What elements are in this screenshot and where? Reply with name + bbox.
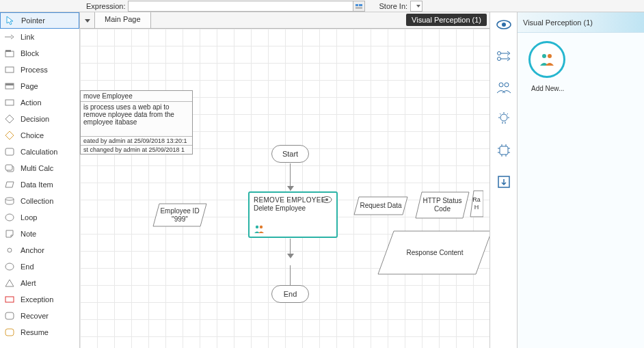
tool-label: Collection xyxy=(21,197,53,205)
dataitem-icon xyxy=(4,179,15,190)
start-stage[interactable]: Start xyxy=(271,145,309,163)
people-icon xyxy=(254,224,265,234)
tool-action[interactable]: Action xyxy=(0,94,79,111)
store-in-combo[interactable] xyxy=(410,1,422,12)
data-item-employee-id[interactable]: Employee ID"999" xyxy=(152,203,207,227)
loop-icon xyxy=(4,212,15,223)
tool-dataitem[interactable]: Data Item xyxy=(0,176,79,193)
data-label: Response Content xyxy=(407,249,464,257)
tool-exception[interactable]: Exception xyxy=(0,291,79,308)
recover-icon xyxy=(4,310,15,321)
svg-rect-9 xyxy=(5,100,14,105)
tool-loop[interactable]: Loop xyxy=(0,209,79,226)
exception-icon xyxy=(4,294,15,305)
tool-link[interactable]: Link xyxy=(0,29,79,45)
svg-rect-8 xyxy=(5,83,14,85)
resume-icon xyxy=(4,327,15,338)
svg-point-34 xyxy=(548,54,552,58)
svg-point-14 xyxy=(5,214,14,221)
svg-point-25 xyxy=(502,23,506,27)
svg-rect-0 xyxy=(355,4,358,6)
tool-block[interactable]: Block xyxy=(0,45,79,62)
expression-bar: Expression: Store In: xyxy=(0,0,644,12)
svg-point-22 xyxy=(256,226,258,228)
data-item-response-content[interactable]: Response Content xyxy=(377,230,489,275)
tool-choice[interactable]: Choice xyxy=(0,127,79,144)
tool-label: Data Item xyxy=(21,180,53,189)
tool-label: Loop xyxy=(21,213,37,222)
data-item-request-data[interactable]: Request Data xyxy=(353,196,408,215)
svg-rect-10 xyxy=(5,148,14,155)
tool-label: Note xyxy=(21,230,36,238)
eye-toggle-button[interactable] xyxy=(494,15,513,34)
data-item-partial[interactable]: Ra H xyxy=(470,190,483,217)
vp-add-new[interactable]: Add New... xyxy=(531,85,564,92)
visual-perception-panel: Visual Perception (1) Add New... xyxy=(518,12,644,348)
tool-pointer[interactable]: Pointer xyxy=(0,12,79,29)
tool-label: Block xyxy=(21,49,39,57)
people-button[interactable] xyxy=(494,78,513,97)
tool-collection[interactable]: Collection xyxy=(0,193,79,209)
collection-icon xyxy=(4,196,15,206)
svg-point-33 xyxy=(542,54,546,58)
info-created: eated by admin at 25/09/2018 13:20:1 xyxy=(81,136,192,145)
pointer-icon xyxy=(5,15,16,26)
tool-label: Page xyxy=(21,82,38,90)
tool-label: Multi Calc xyxy=(21,164,53,172)
data-label: Employee ID xyxy=(160,207,199,215)
toolbox: Pointer Link Block Process Page Action D… xyxy=(0,12,80,348)
tool-alert[interactable]: Alert xyxy=(0,275,79,291)
calculation-icon xyxy=(4,146,15,157)
arrow-icon xyxy=(287,254,294,258)
info-title: move Employee xyxy=(81,91,192,102)
tool-label: Calculation xyxy=(21,148,57,156)
tab-main-page[interactable]: Main Page xyxy=(95,12,151,28)
page-tabs: Main Page Visual Perception (1) xyxy=(80,12,489,29)
svg-point-30 xyxy=(500,114,507,121)
expression-input[interactable] xyxy=(128,1,353,12)
svg-rect-17 xyxy=(5,297,14,302)
expression-label: Expression: xyxy=(0,2,128,10)
tab-dropdown[interactable] xyxy=(80,12,95,29)
tool-page[interactable]: Page xyxy=(0,78,79,94)
idea-button[interactable] xyxy=(494,109,513,129)
tool-anchor[interactable]: Anchor xyxy=(0,242,79,258)
decision-icon xyxy=(4,113,15,124)
data-label: Ra H xyxy=(470,196,483,211)
svg-rect-19 xyxy=(5,329,14,336)
tool-calculation[interactable]: Calculation xyxy=(0,144,79,160)
data-item-http-status[interactable]: HTTP Status Code xyxy=(415,191,470,219)
ai-button[interactable] xyxy=(494,141,513,160)
tool-label: Decision xyxy=(21,115,49,123)
end-stage[interactable]: End xyxy=(271,285,309,303)
flow-button[interactable] xyxy=(494,46,513,66)
vp-panel-title: Visual Perception (1) xyxy=(518,12,644,33)
tool-label: End xyxy=(21,263,34,271)
svg-rect-5 xyxy=(5,50,11,52)
tool-label: Choice xyxy=(21,131,44,139)
right-icon-bar xyxy=(490,12,518,348)
tool-multicalc[interactable]: Multi Calc xyxy=(0,160,79,176)
action-subtitle: Delete Employee xyxy=(254,204,332,212)
visual-perception-badge[interactable]: Visual Perception (1) xyxy=(406,14,487,26)
link-icon xyxy=(4,31,15,42)
svg-point-16 xyxy=(5,263,14,270)
tool-label: Alert xyxy=(21,279,36,287)
vp-item-icon[interactable] xyxy=(528,41,565,78)
info-desc: is process uses a web api to remove nplo… xyxy=(81,102,192,136)
tool-recover[interactable]: Recover xyxy=(0,308,79,324)
tool-label: Pointer xyxy=(21,16,45,25)
expression-picker-button[interactable] xyxy=(353,1,365,12)
tool-end[interactable]: End xyxy=(0,258,79,275)
export-button[interactable] xyxy=(494,172,513,191)
process-icon xyxy=(4,64,15,75)
connector xyxy=(290,265,291,285)
tool-resume[interactable]: Resume xyxy=(0,324,79,340)
action-stage-remove-employee[interactable]: REMOVE EMPLOYEE Delete Employee xyxy=(248,191,338,238)
anchor-icon xyxy=(4,245,15,256)
arrow-icon xyxy=(287,186,294,191)
tool-process[interactable]: Process xyxy=(0,62,79,78)
tool-note[interactable]: Note xyxy=(0,226,79,242)
process-info-box[interactable]: move Employee is process uses a web api … xyxy=(80,90,193,155)
tool-decision[interactable]: Decision xyxy=(0,111,79,127)
